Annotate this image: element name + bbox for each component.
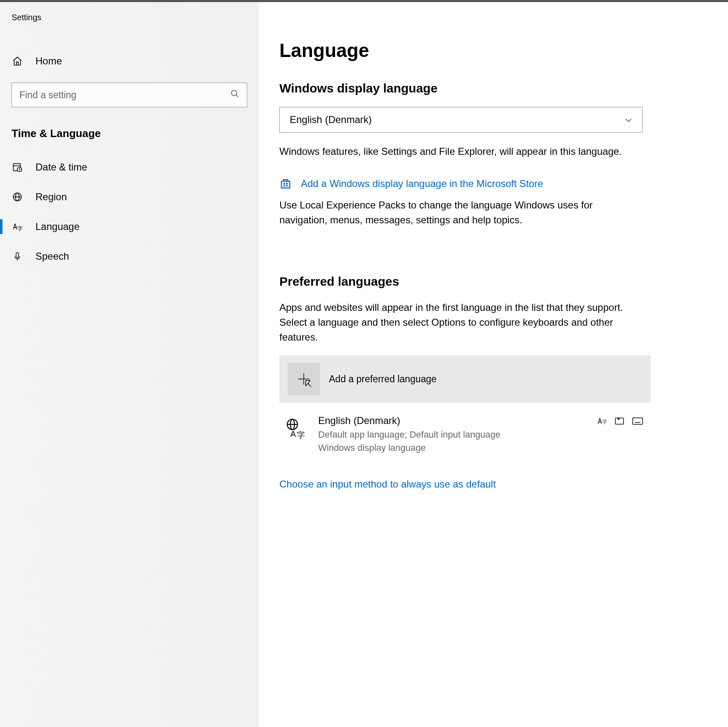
globe-icon [12,191,23,203]
home-icon [12,55,23,67]
preferred-languages-description: Apps and websites will appear in the fir… [279,300,643,345]
svg-point-0 [232,90,237,96]
page-title: Language [279,39,699,62]
display-language-description: Windows features, like Settings and File… [279,144,643,159]
plus-icon [288,363,320,395]
add-preferred-language-label: Add a preferred language [329,374,437,385]
home-nav[interactable]: Home [0,48,259,74]
home-label: Home [35,55,62,67]
search-box[interactable] [12,83,247,107]
svg-line-6 [19,169,20,170]
keyboard-cap-icon [632,417,643,426]
svg-text:字: 字 [17,225,23,232]
sidebar-item-region[interactable]: Region [0,182,259,212]
svg-rect-16 [284,185,285,187]
store-link-text: Add a Windows display language in the Mi… [301,178,543,189]
svg-rect-17 [286,185,288,187]
language-capabilities: 字 [597,417,643,426]
sidebar-item-label: Speech [35,251,69,262]
svg-rect-12 [16,253,19,258]
search-icon [230,89,239,101]
add-preferred-language-button[interactable]: Add a preferred language [279,355,651,403]
calendar-clock-icon [12,161,23,173]
chevron-down-icon [624,116,632,124]
preferred-language-subtitle: Default app language; Default input lang… [318,428,586,455]
svg-rect-15 [286,183,288,185]
sidebar-item-speech[interactable]: Speech [0,242,259,271]
sidebar-item-label: Language [35,221,80,232]
language-icon: 字 [12,221,23,232]
display-language-cap-icon: 字 [597,417,608,426]
handwriting-cap-icon [615,417,625,426]
svg-rect-14 [284,183,285,185]
svg-text:字: 字 [602,419,607,425]
preferred-languages-heading: Preferred languages [279,275,699,289]
settings-window: Settings Home Time & Language [0,2,728,727]
section-title: Time & Language [0,120,259,152]
display-language-heading: Windows display language [279,81,699,95]
app-title: Settings [0,13,259,22]
store-icon [279,177,293,190]
svg-rect-28 [633,418,643,424]
svg-text:A: A [291,429,296,438]
svg-line-1 [236,95,239,97]
sidebar-item-date-time[interactable]: Date & time [0,152,259,182]
sidebar: Settings Home Time & Language [0,2,259,727]
language-globe-icon: A 字 [284,417,307,440]
preferred-language-name: English (Denmark) [318,415,586,426]
preferred-language-item[interactable]: A 字 English (Denmark) Default app langua… [279,410,651,459]
store-link-row[interactable]: Add a Windows display language in the Mi… [279,177,699,190]
sidebar-item-language[interactable]: 字 Language [0,212,259,242]
display-language-value: English (Denmark) [290,114,372,126]
display-language-select[interactable]: English (Denmark) [279,107,643,133]
svg-text:字: 字 [297,431,305,439]
microphone-icon [12,251,23,262]
sidebar-item-label: Region [35,191,67,203]
main-content: Language Windows display language Englis… [259,2,728,727]
search-input[interactable] [19,90,217,101]
store-description: Use Local Experience Packs to change the… [279,198,643,227]
sidebar-item-label: Date & time [35,161,87,173]
input-method-link[interactable]: Choose an input method to always use as … [279,478,496,490]
